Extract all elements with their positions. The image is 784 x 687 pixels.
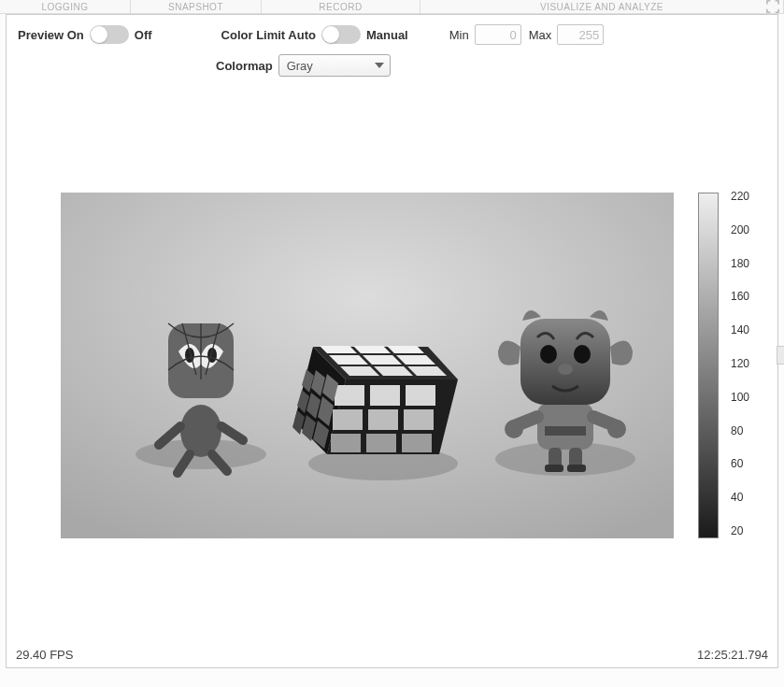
- colorbar-tick: 80: [731, 424, 743, 437]
- svg-rect-18: [366, 434, 396, 452]
- min-label: Min: [449, 28, 469, 42]
- colormap-group: Colormap Gray: [216, 54, 391, 77]
- colorbar-tick: 140: [731, 323, 749, 336]
- colorbar-tick: 60: [731, 457, 743, 470]
- colormap-select[interactable]: Gray: [278, 54, 391, 77]
- colorbar-tick: 180: [731, 257, 749, 270]
- colorbar-tick: 200: [731, 223, 749, 236]
- image-viewer: 22020018016014012010080604020: [14, 99, 770, 636]
- svg-point-47: [540, 345, 557, 364]
- svg-point-39: [505, 420, 523, 438]
- fps-readout: 29.40 FPS: [16, 648, 73, 662]
- colorbar-tick: 220: [731, 190, 749, 203]
- colorlimit-manual-label: Manual: [366, 28, 408, 42]
- svg-rect-15: [368, 409, 398, 430]
- svg-point-48: [574, 345, 591, 364]
- svg-rect-44: [567, 465, 586, 472]
- svg-rect-13: [406, 385, 435, 406]
- svg-point-4: [180, 405, 221, 457]
- colorbar-tick: 120: [731, 357, 749, 370]
- max-label: Max: [529, 28, 552, 42]
- controls-area: Preview On Off Color Limit Auto Manual M…: [7, 15, 777, 82]
- preview-toggle[interactable]: [90, 25, 129, 44]
- min-input[interactable]: [475, 24, 521, 45]
- tab-visualize-analyze[interactable]: VISUALIZE AND ANALYZE: [421, 0, 784, 13]
- colorbar-tick: 160: [731, 290, 749, 303]
- tab-snapshot[interactable]: SNAPSHOT: [131, 0, 262, 13]
- status-bar: 29.40 FPS 12:25:21.794: [16, 648, 768, 662]
- colorbar: [698, 193, 719, 538]
- app-window: LOGGING SNAPSHOT RECORD VISUALIZE AND AN…: [0, 0, 784, 687]
- tab-record[interactable]: RECORD: [262, 0, 421, 13]
- svg-rect-16: [404, 409, 434, 430]
- min-group: Min: [449, 24, 521, 45]
- svg-rect-17: [331, 434, 361, 452]
- timestamp-readout: 12:25:21.794: [697, 648, 768, 662]
- svg-rect-14: [333, 409, 363, 430]
- tab-logging[interactable]: LOGGING: [0, 0, 131, 13]
- svg-rect-19: [402, 434, 432, 452]
- tab-bar: LOGGING SNAPSHOT RECORD VISUALIZE AND AN…: [0, 0, 784, 14]
- colorlimit-group: Color Limit Auto Manual: [221, 25, 408, 44]
- colormap-selected-value: Gray: [287, 59, 313, 73]
- svg-point-49: [558, 364, 573, 375]
- preview-on-label: Preview On: [18, 28, 84, 42]
- scroll-handle[interactable]: [777, 346, 784, 365]
- colorbar-ticks: 22020018016014012010080604020: [723, 191, 770, 540]
- colorbar-tick: 20: [731, 524, 743, 537]
- colorlimit-auto-label: Color Limit Auto: [221, 28, 316, 42]
- preview-off-label: Off: [135, 28, 152, 42]
- colorbar-tick: 100: [731, 391, 749, 404]
- svg-rect-12: [370, 385, 400, 406]
- max-group: Max: [529, 24, 605, 45]
- svg-rect-43: [545, 465, 563, 472]
- colorbar-tick: 40: [731, 491, 743, 504]
- expand-icon[interactable]: [765, 0, 780, 13]
- main-panel: Preview On Off Color Limit Auto Manual M…: [6, 14, 778, 668]
- svg-rect-45: [545, 426, 586, 436]
- svg-rect-11: [335, 385, 364, 406]
- chevron-down-icon: [375, 63, 384, 68]
- preview-image[interactable]: [61, 193, 674, 538]
- preview-toggle-group: Preview On Off: [18, 25, 152, 44]
- svg-point-40: [607, 420, 626, 438]
- max-input[interactable]: [557, 24, 604, 45]
- colormap-label: Colormap: [216, 59, 273, 73]
- colorlimit-toggle[interactable]: [321, 25, 361, 44]
